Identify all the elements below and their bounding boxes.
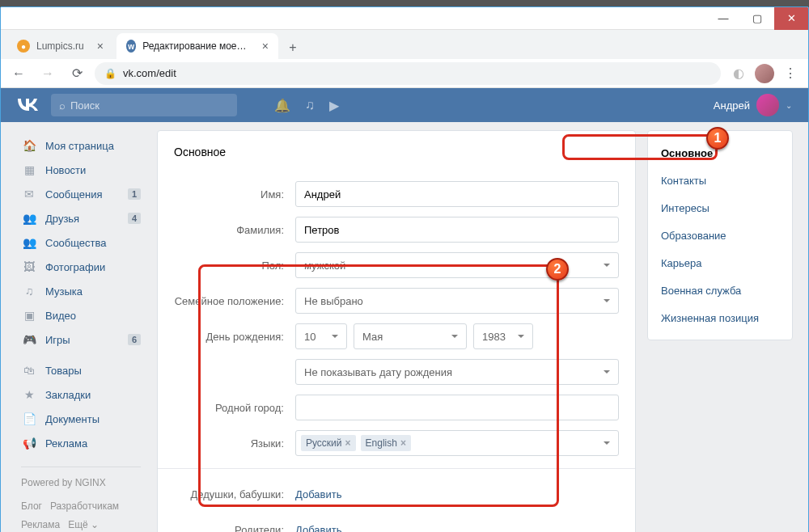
news-icon: ▦ [21,162,37,178]
select-bday-visibility[interactable]: Не показывать дату рождения [295,359,619,385]
notifications-icon[interactable]: 🔔 [274,98,290,113]
vk-body: 🏠Моя страница ▦Новости ✉Сообщения1 👥Друз… [1,122,808,532]
tab-title: Lumpics.ru [36,40,84,52]
select-languages[interactable]: Русский× English× [295,430,619,456]
tab-close-icon[interactable]: × [97,40,104,53]
vk-header-icons: 🔔 ♫ ▶ [274,98,339,113]
nav-news[interactable]: ▦Новости [16,158,146,182]
nav-photos[interactable]: 🖼Фотографии [16,255,146,279]
tab-close-icon[interactable]: × [262,40,269,53]
vk-logo[interactable] [17,96,38,115]
select-marital[interactable]: Не выбрано [295,288,619,314]
label-languages: Языки: [174,437,295,450]
label-hometown: Родной город: [174,402,295,414]
vk-header: ⌕ 🔔 ♫ ▶ Андрей ⌄ [1,88,808,122]
window-maximize-button[interactable]: ▢ [740,7,774,30]
label-gender: Пол: [174,260,295,272]
video-icon: ▣ [21,307,37,323]
remove-tag-icon[interactable]: × [400,437,406,449]
remove-tag-icon[interactable]: × [345,437,351,449]
nav-footer: Powered by NGINX Блог Разработчикам Рекл… [16,467,146,532]
friends-icon: 👥 [21,210,37,226]
vk-search-box[interactable]: ⌕ [51,94,237,116]
nav-friends[interactable]: 👥Друзья4 [16,206,146,230]
select-gender[interactable]: мужской [295,252,619,278]
chevron-down-icon: ⌄ [786,101,792,110]
nav-communities[interactable]: 👥Сообщества [16,230,146,255]
url-text: vk.com/edit [123,67,176,79]
ads-icon: 📢 [21,435,37,451]
lang-tag-ru[interactable]: Русский× [301,435,356,451]
video-play-icon[interactable]: ▶ [329,98,339,113]
profile-avatar-button[interactable] [755,64,774,83]
select-bday-year[interactable]: 1983 [473,323,533,349]
music-icon[interactable]: ♫ [305,98,315,113]
tab-contacts[interactable]: Контакты [648,167,792,194]
link-add-parents[interactable]: Добавить [295,524,341,533]
tab-interests[interactable]: Интересы [648,194,792,222]
nav-documents[interactable]: 📄Документы [16,407,146,431]
input-hometown[interactable] [295,395,619,420]
extension-icon[interactable]: ◐ [727,62,750,85]
input-name[interactable] [295,181,619,207]
input-surname[interactable] [295,217,619,243]
search-icon: ⌕ [59,99,66,112]
nav-back-button[interactable]: ← [7,62,30,85]
footer-link-dev[interactable]: Разработчикам [50,500,119,512]
browser-tabstrip: ● Lumpics.ru × w Редактирование моей стр… [1,30,808,59]
nav-video[interactable]: ▣Видео [16,303,146,327]
footer-powered: Powered by NGINX [21,467,141,492]
select-bday-month[interactable]: Мая [354,323,467,349]
new-tab-button[interactable]: + [282,36,304,59]
label-birthday: День рождения: [174,331,295,343]
edit-form-panel: Основное Имя: Фамилия: Пол: [157,130,636,532]
vk-logo-icon [17,98,38,111]
window-titlebar: — ▢ ✕ [1,7,808,30]
footer-link-ads[interactable]: Реклама [21,519,60,530]
address-bar[interactable]: 🔒 vk.com/edit [95,62,721,85]
window-minimize-button[interactable]: — [706,7,740,30]
community-icon: 👥 [21,234,37,251]
browser-toolbar: ← → ⟳ 🔒 vk.com/edit ◐ ⋮ [1,59,808,88]
tab-life-position[interactable]: Жизненная позиция [648,304,792,331]
browser-tab-vk-edit[interactable]: w Редактирование моей страниц × [116,33,278,59]
vk-user-name: Андрей [714,99,750,112]
link-add-grandparents[interactable]: Добавить [295,488,341,500]
home-icon: 🏠 [21,137,37,154]
vk-search-input[interactable] [70,99,229,112]
document-icon: 📄 [21,411,37,427]
vk-left-nav: 🏠Моя страница ▦Новости ✉Сообщения1 👥Друз… [16,130,146,530]
nav-messages[interactable]: ✉Сообщения1 [16,182,146,206]
footer-link-more[interactable]: Ещё ⌄ [68,519,99,530]
favicon-icon: ● [17,40,30,53]
tab-title: Редактирование моей страниц [142,40,249,52]
nav-market[interactable]: 🛍Товары [16,358,146,382]
tab-military[interactable]: Военная служба [648,277,792,304]
edit-section-tabs: Основное Контакты Интересы Образование К… [647,130,793,340]
nav-ads[interactable]: 📢Реклама [16,431,146,455]
callout-badge-1: 1 [706,127,729,150]
lang-tag-en[interactable]: English× [361,435,411,451]
tab-education[interactable]: Образование [648,222,792,249]
vk-user-menu[interactable]: Андрей ⌄ [714,94,792,116]
tab-career[interactable]: Карьера [648,249,792,277]
form-title: Основное [158,131,635,174]
nav-music[interactable]: ♫Музыка [16,279,146,303]
message-icon: ✉ [21,186,37,202]
nav-games[interactable]: 🎮Игры6 [16,327,146,352]
nav-bookmarks[interactable]: ★Закладки [16,382,146,407]
label-parents: Родители: [174,524,295,533]
star-icon: ★ [21,386,37,403]
browser-menu-button[interactable]: ⋮ [779,62,802,85]
page-content: ⌕ 🔔 ♫ ▶ Андрей ⌄ 🏠Моя страница ▦Новости [1,88,808,532]
label-marital: Семейное положение: [174,295,295,307]
browser-tab-lumpics[interactable]: ● Lumpics.ru × [7,33,113,59]
nav-reload-button[interactable]: ⟳ [66,62,88,85]
select-bday-day[interactable]: 10 [295,323,347,349]
label-name: Имя: [174,188,295,201]
badge-count: 4 [128,213,141,224]
nav-my-page[interactable]: 🏠Моя страница [16,133,146,158]
nav-forward-button[interactable]: → [36,62,59,85]
window-close-button[interactable]: ✕ [774,7,808,30]
footer-link-blog[interactable]: Блог [21,500,42,512]
